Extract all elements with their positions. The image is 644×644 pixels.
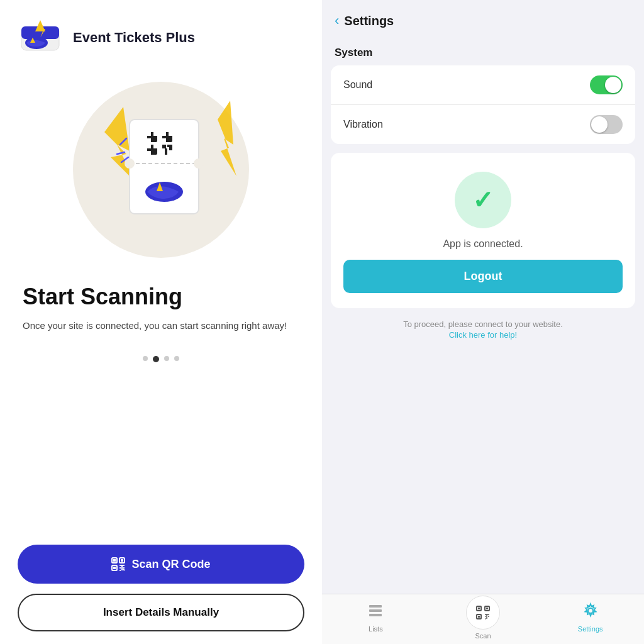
bottom-nav: Lists (322, 594, 644, 644)
app-title: Event Tickets Plus (73, 29, 195, 47)
svg-rect-16 (147, 138, 151, 142)
connect-help: To proceed, please connect to your websi… (331, 319, 635, 340)
start-scanning-desc: Once your site is connected, you can sta… (23, 319, 299, 333)
svg-rect-18 (162, 132, 166, 136)
sound-label: Sound (343, 79, 372, 91)
nav-settings[interactable]: Settings (536, 602, 644, 633)
right-header: ‹ Settings (322, 0, 644, 35)
connected-icon-wrap: ✓ (455, 172, 511, 228)
dot-3[interactable] (164, 356, 169, 361)
left-panel: Event Tickets Plus (0, 0, 322, 644)
vibration-row: Vibration (331, 104, 635, 144)
svg-rect-52 (478, 608, 480, 609)
svg-rect-46 (369, 605, 382, 608)
connected-text: App is connected. (443, 238, 523, 250)
settings-nav-label: Settings (578, 625, 603, 633)
logout-label: Logout (464, 270, 502, 282)
svg-rect-38 (121, 559, 123, 562)
connect-help-text: To proceed, please connect to your websi… (331, 319, 635, 329)
svg-rect-48 (369, 614, 382, 616)
sound-toggle-thumb (605, 77, 621, 93)
connection-card: ✓ App is connected. Logout (331, 153, 635, 308)
left-buttons: Scan QR Code Insert Details Manually (0, 545, 322, 644)
settings-card: Sound Vibration (331, 65, 635, 144)
sound-row: Sound (331, 65, 635, 104)
manual-label: Insert Details Manually (103, 606, 219, 618)
svg-rect-53 (486, 608, 488, 609)
sound-toggle[interactable] (590, 75, 623, 94)
logout-button[interactable]: Logout (343, 260, 623, 293)
lists-icon (367, 602, 384, 623)
start-scanning-title: Start Scanning (23, 283, 299, 310)
svg-rect-28 (169, 147, 172, 150)
scan-qr-label: Scan QR Code (131, 558, 210, 571)
help-link[interactable]: Click here for help! (449, 330, 517, 340)
back-button[interactable]: ‹ (335, 13, 339, 29)
svg-rect-14 (147, 132, 151, 136)
scan-circle-icon (474, 604, 492, 621)
scan-label: Scan (475, 632, 491, 640)
svg-rect-26 (167, 145, 172, 147)
svg-point-60 (588, 608, 593, 613)
svg-rect-20 (162, 138, 166, 142)
svg-point-11 (125, 158, 135, 169)
left-content: Start Scanning Once your site is connect… (0, 270, 322, 333)
illustration-area (0, 75, 322, 270)
settings-icon (582, 602, 599, 623)
svg-rect-19 (169, 132, 172, 136)
scan-circle (466, 596, 500, 630)
app-header: Event Tickets Plus (0, 0, 322, 75)
system-section-label: System (322, 35, 644, 65)
svg-rect-25 (162, 145, 166, 148)
illustration-svg (67, 82, 255, 258)
dot-indicators (0, 356, 322, 362)
dot-1[interactable] (143, 356, 148, 361)
svg-rect-39 (113, 567, 116, 569)
check-icon: ✓ (472, 186, 494, 214)
vibration-label: Vibration (343, 119, 383, 130)
vibration-toggle-thumb (591, 116, 608, 133)
nav-scan[interactable]: Scan (430, 596, 537, 640)
svg-rect-54 (478, 616, 480, 618)
svg-point-12 (194, 158, 204, 169)
svg-rect-24 (153, 145, 157, 148)
svg-rect-47 (369, 609, 382, 612)
app-logo (18, 15, 63, 60)
right-panel: ‹ Settings System Sound Vibration ✓ A (322, 0, 644, 644)
dot-2[interactable] (153, 356, 159, 362)
dot-4[interactable] (174, 356, 179, 361)
svg-rect-23 (147, 151, 151, 155)
svg-rect-22 (147, 145, 151, 148)
svg-line-45 (123, 569, 125, 570)
settings-title: Settings (344, 14, 394, 28)
manual-button[interactable]: Insert Details Manually (18, 594, 304, 631)
svg-rect-27 (165, 148, 167, 155)
svg-rect-37 (113, 559, 116, 562)
lists-label: Lists (369, 625, 383, 633)
qr-scan-icon (111, 557, 125, 571)
vibration-toggle[interactable] (590, 115, 623, 134)
scan-qr-button[interactable]: Scan QR Code (18, 545, 304, 584)
svg-marker-8 (218, 101, 236, 176)
nav-lists[interactable]: Lists (322, 602, 430, 633)
svg-rect-15 (153, 132, 157, 136)
